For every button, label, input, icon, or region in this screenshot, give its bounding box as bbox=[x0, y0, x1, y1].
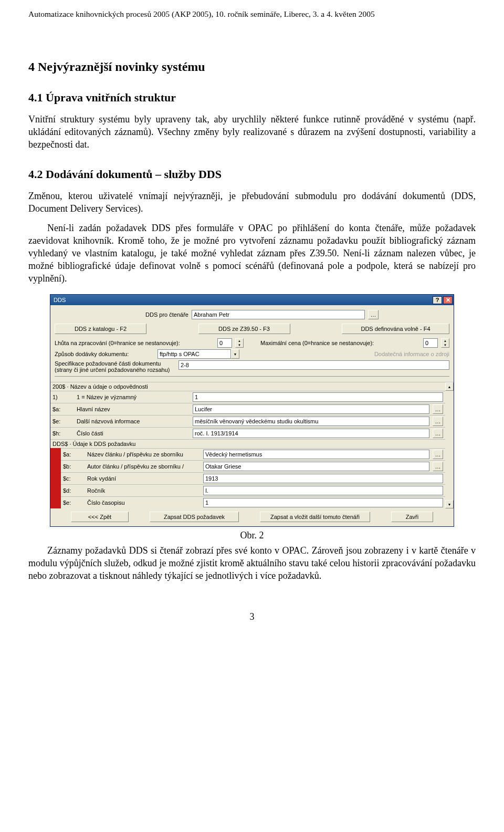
field-tag: $d: bbox=[63, 487, 84, 494]
help-button[interactable]: ? bbox=[433, 296, 442, 304]
reader-input[interactable]: Abraham Petr bbox=[192, 310, 365, 319]
field-name: Další názvová informace bbox=[77, 418, 190, 424]
field-browse-button[interactable]: … bbox=[433, 450, 443, 459]
spec-input[interactable]: 2-8 bbox=[178, 360, 449, 370]
help-icon: ? bbox=[436, 297, 439, 303]
chevron-up-icon: ▲ bbox=[442, 339, 449, 343]
paragraph: Záznamy požadavků DDS si čtenář zobrazí … bbox=[28, 544, 476, 582]
field-input[interactable]: Otakar Griese bbox=[203, 462, 429, 471]
dots-icon: … bbox=[371, 311, 376, 318]
required-marker-band bbox=[50, 448, 61, 508]
dds-z3950-button[interactable]: DDS ze Z39.50 - F3 bbox=[198, 324, 290, 334]
close-button[interactable]: ✕ bbox=[443, 296, 453, 304]
field-tag: $c: bbox=[63, 475, 84, 482]
field-input[interactable]: roč. I. 1913/1914 bbox=[193, 429, 429, 438]
field-row: 1)1 = Název je významný1 bbox=[50, 391, 445, 403]
close-icon: ✕ bbox=[446, 297, 450, 304]
scroll-track[interactable] bbox=[445, 391, 454, 500]
deadline-input[interactable]: 0 bbox=[217, 338, 232, 348]
field-name: Číslo časopisu bbox=[87, 500, 200, 506]
dots-icon: … bbox=[435, 463, 441, 470]
heading-4-2: 4.2 Dodávání dokumentů – služby DDS bbox=[28, 168, 476, 181]
field-input[interactable]: Vědecký hermetismus bbox=[203, 450, 429, 459]
field-name: Hlavní název bbox=[77, 406, 190, 412]
scroll-up-button[interactable]: ▲ bbox=[445, 382, 454, 391]
field-name: Název článku / příspěvku ze sborníku bbox=[87, 451, 200, 457]
field-tag: 1) bbox=[52, 394, 74, 400]
field-row: $h:Číslo částiroč. I. 1913/1914… bbox=[50, 427, 445, 439]
field-tag: $b: bbox=[63, 463, 84, 470]
titlebar: DDS ? ✕ bbox=[50, 295, 454, 305]
paragraph: Vnitřní struktury systému byly upraveny … bbox=[28, 113, 476, 151]
field-name: Ročník bbox=[87, 487, 200, 494]
scrollbar[interactable]: ▲ ▼ bbox=[445, 382, 454, 508]
save-button[interactable]: Zapsat DDS požadavek bbox=[150, 512, 239, 522]
section-200: 200$ · Název a údaje o odpovědnosti bbox=[50, 382, 445, 391]
deadline-stepper[interactable]: ▲ ▼ bbox=[235, 338, 244, 348]
field-row: $a:Hlavní názevLucifer… bbox=[50, 403, 445, 415]
field-row: $c:Rok vydání1913 bbox=[61, 472, 445, 484]
field-name: Číslo části bbox=[77, 430, 190, 436]
deadline-label: Lhůta na zpracování (0=hranice se nestan… bbox=[55, 340, 214, 346]
extra-info-label: Dodatečná informace o zdroji bbox=[374, 351, 449, 357]
delivery-label: Způsob dodávky dokumentu: bbox=[55, 351, 154, 357]
chevron-down-icon: ▼ bbox=[442, 343, 449, 347]
field-row: $a:Název článku / příspěvku ze sborníkuV… bbox=[61, 448, 445, 460]
heading-4-1: 4.1 Úprava vnitřních struktur bbox=[28, 91, 476, 105]
spec-label: Specifikace požadované části dokumentu (… bbox=[55, 360, 175, 373]
document-header: Automatizace knihovnických procesů 2005 … bbox=[28, 9, 476, 19]
field-input[interactable]: 1 bbox=[203, 498, 443, 507]
figure-caption: Obr. 2 bbox=[28, 530, 476, 541]
dds-dialog: DDS ? ✕ DDS pro čtenáře Abraham Petr … D… bbox=[50, 294, 454, 527]
scroll-down-button[interactable]: ▼ bbox=[445, 500, 454, 508]
chevron-down-icon: ▼ bbox=[448, 503, 452, 506]
chevron-down-icon: ▼ bbox=[236, 343, 243, 347]
field-row: $e:Další názvová informaceměsíčník věnov… bbox=[50, 415, 445, 427]
maxprice-input[interactable]: 0 bbox=[423, 338, 438, 348]
chevron-down-icon: ▼ bbox=[234, 352, 237, 356]
dots-icon: … bbox=[435, 418, 441, 424]
dots-icon: … bbox=[435, 406, 441, 412]
maxprice-label: Maximální cena (0=hranice se nestanovuje… bbox=[260, 340, 420, 346]
heading-4: 4 Nejvýraznější novinky systému bbox=[28, 60, 476, 74]
reader-label: DDS pro čtenáře bbox=[125, 311, 188, 318]
field-tag: $a: bbox=[52, 406, 74, 412]
paragraph: Není-li zadán požadavek DDS přes formulá… bbox=[28, 222, 476, 285]
field-row: $b:Autor článku / příspěvku ze sborníku … bbox=[61, 460, 445, 472]
close-dialog-button[interactable]: Zavři bbox=[391, 512, 433, 522]
field-input[interactable]: I. bbox=[203, 486, 443, 495]
field-browse-button[interactable]: … bbox=[433, 429, 443, 438]
delivery-select[interactable]: ftp/http s OPAC bbox=[158, 349, 231, 359]
field-tag: $e: bbox=[52, 418, 74, 424]
field-name: 1 = Název je významný bbox=[77, 394, 190, 400]
field-browse-button[interactable]: … bbox=[433, 462, 443, 471]
chevron-up-icon: ▲ bbox=[236, 339, 243, 343]
field-input[interactable]: měsíčník věnovaný vědeckému studiu okult… bbox=[193, 417, 429, 426]
maxprice-stepper[interactable]: ▲ ▼ bbox=[441, 338, 449, 348]
figure-2: DDS ? ✕ DDS pro čtenáře Abraham Petr … D… bbox=[28, 294, 476, 527]
section-dds: DDS$ · Údaje k DDS požadavku bbox=[50, 439, 445, 448]
field-input[interactable]: 1 bbox=[193, 392, 443, 402]
field-tag: $a: bbox=[63, 451, 84, 457]
dds-catalog-button[interactable]: DDS z katalogu - F2 bbox=[55, 324, 146, 334]
reader-browse-button[interactable]: … bbox=[368, 310, 379, 319]
field-input[interactable]: Lucifer bbox=[193, 404, 429, 414]
field-input[interactable]: 1913 bbox=[203, 474, 443, 483]
window-title: DDS bbox=[54, 297, 432, 303]
save-and-add-button[interactable]: Zapsat a vložit další tomuto čtenáři bbox=[260, 512, 370, 522]
dots-icon: … bbox=[435, 430, 441, 436]
field-tag: $h: bbox=[52, 430, 74, 436]
field-browse-button[interactable]: … bbox=[433, 417, 443, 426]
field-row: $d:RočníkI. bbox=[61, 484, 445, 496]
chevron-up-icon: ▲ bbox=[448, 385, 452, 389]
field-browse-button[interactable]: … bbox=[433, 404, 443, 414]
paragraph: Změnou, kterou uživatelé vnímají nejvýra… bbox=[28, 190, 476, 215]
field-tag: $e: bbox=[63, 500, 84, 506]
field-name: Autor článku / příspěvku ze sborníku / bbox=[87, 463, 200, 470]
field-row: $e:Číslo časopisu1 bbox=[61, 496, 445, 508]
dds-free-button[interactable]: DDS definována volně - F4 bbox=[342, 324, 449, 334]
back-button[interactable]: <<< Zpět bbox=[71, 512, 129, 522]
delivery-dropdown-button[interactable]: ▼ bbox=[231, 349, 239, 359]
divider bbox=[55, 376, 449, 377]
field-name: Rok vydání bbox=[87, 475, 200, 482]
